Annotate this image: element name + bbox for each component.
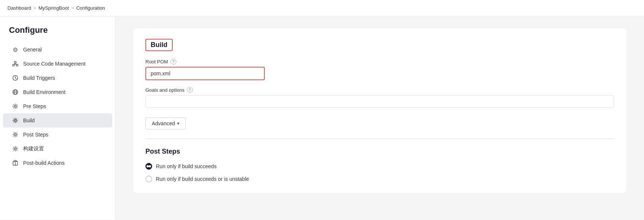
sidebar-item-label: Pre Steps bbox=[23, 103, 46, 109]
sidebar-item-label: 构建设置 bbox=[23, 145, 44, 152]
radio-circle-unstable bbox=[145, 176, 152, 182]
sidebar: Configure General Source Code Management bbox=[0, 16, 116, 220]
pre-steps-gear-icon bbox=[12, 103, 19, 110]
build-section: Build Root POM ? Goals and options ? Ad bbox=[133, 28, 626, 193]
breadcrumb-dashboard[interactable]: Dashboard bbox=[7, 5, 31, 11]
sidebar-item-source-code-management[interactable]: Source Code Management bbox=[3, 57, 112, 71]
section-divider bbox=[145, 138, 614, 139]
breadcrumb-current: Configuration bbox=[76, 5, 105, 11]
svg-point-0 bbox=[15, 62, 16, 63]
radio-circle-success bbox=[145, 163, 152, 170]
clock-icon bbox=[12, 75, 19, 81]
sidebar-item-label: Build Triggers bbox=[23, 75, 55, 81]
svg-point-13 bbox=[15, 106, 16, 107]
globe-icon bbox=[12, 89, 19, 95]
goals-group: Goals and options ? bbox=[145, 87, 614, 108]
radio-run-unstable[interactable]: Run only if build succeeds or is unstabl… bbox=[145, 176, 614, 182]
svg-point-3 bbox=[16, 65, 18, 66]
sidebar-item-post-steps[interactable]: Post Steps bbox=[3, 128, 112, 142]
sidebar-title: Configure bbox=[0, 25, 115, 43]
goals-label: Goals and options ? bbox=[145, 87, 614, 93]
root-pom-group: Root POM ? bbox=[145, 59, 614, 80]
advanced-button-label: Advanced bbox=[152, 120, 175, 126]
code-icon bbox=[12, 60, 19, 67]
svg-point-14 bbox=[15, 120, 16, 122]
sidebar-item-build-environment[interactable]: Build Environment bbox=[3, 85, 112, 99]
sidebar-item-build-triggers[interactable]: Build Triggers bbox=[3, 71, 112, 85]
build-section-title: Build bbox=[145, 39, 173, 51]
sidebar-item-label: Build bbox=[23, 117, 35, 123]
sidebar-item-label: Source Code Management bbox=[23, 61, 85, 67]
radio-label-unstable: Run only if build succeeds or is unstabl… bbox=[156, 176, 249, 182]
breadcrumb-project[interactable]: MySpringBoot bbox=[38, 5, 69, 11]
goals-input[interactable] bbox=[145, 95, 614, 108]
chevron-down-icon: ▾ bbox=[177, 121, 179, 126]
sidebar-item-build[interactable]: Build bbox=[3, 113, 112, 128]
sidebar-item-label: Build Environment bbox=[23, 89, 66, 95]
svg-line-5 bbox=[15, 64, 17, 65]
breadcrumb: Dashboard > MySpringBoot > Configuration bbox=[0, 0, 644, 16]
svg-line-9 bbox=[15, 78, 16, 79]
root-pom-help-icon[interactable]: ? bbox=[170, 59, 176, 65]
breadcrumb-sep-1: > bbox=[34, 5, 37, 11]
main-layout: Configure General Source Code Management bbox=[0, 16, 644, 220]
sidebar-item-label: General bbox=[23, 47, 42, 53]
sidebar-item-post-build-actions[interactable]: Post-build Actions bbox=[3, 156, 112, 170]
root-pom-label: Root POM ? bbox=[145, 59, 614, 65]
sidebar-item-pre-steps[interactable]: Pre Steps bbox=[3, 99, 112, 113]
main-content: Build Root POM ? Goals and options ? Ad bbox=[116, 16, 644, 220]
sidebar-item-label: Post Steps bbox=[23, 132, 48, 138]
breadcrumb-sep-2: > bbox=[71, 5, 74, 11]
sidebar-item-label: Post-build Actions bbox=[23, 160, 65, 166]
advanced-button[interactable]: Advanced ▾ bbox=[145, 117, 186, 129]
box-icon bbox=[12, 160, 19, 166]
post-steps-title: Post Steps bbox=[145, 148, 614, 155]
root-pom-input[interactable] bbox=[145, 67, 265, 80]
radio-run-success[interactable]: Run only if build succeeds bbox=[145, 163, 614, 170]
sidebar-item-build-settings[interactable]: 构建设置 bbox=[3, 142, 112, 156]
build-gear-icon bbox=[12, 117, 19, 124]
svg-point-15 bbox=[15, 134, 16, 136]
gear-icon bbox=[12, 46, 19, 53]
svg-line-4 bbox=[13, 64, 15, 65]
svg-point-2 bbox=[13, 65, 15, 66]
sidebar-item-general[interactable]: General bbox=[3, 43, 112, 57]
post-steps-radio-group: Run only if build succeeds Run only if b… bbox=[145, 163, 614, 182]
build-settings-gear-icon bbox=[12, 145, 19, 152]
goals-help-icon[interactable]: ? bbox=[187, 87, 193, 93]
post-steps-gear-icon bbox=[12, 131, 19, 138]
svg-point-16 bbox=[15, 148, 16, 150]
radio-label-success: Run only if build succeeds bbox=[156, 163, 217, 169]
